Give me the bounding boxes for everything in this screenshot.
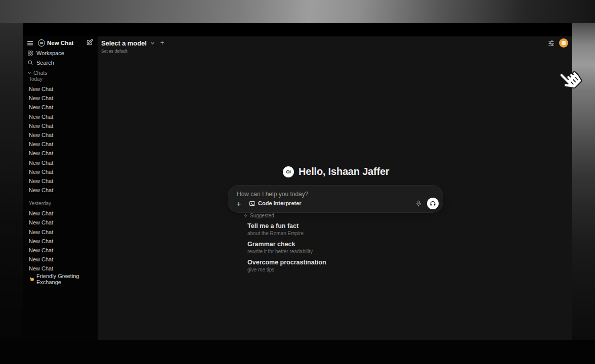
headphones-icon: [430, 200, 436, 207]
bolt-icon: [243, 213, 248, 218]
sliders-icon[interactable]: [548, 40, 555, 47]
chevron-down-icon: [27, 71, 32, 75]
input-toolbar: + Code Interpreter: [234, 197, 439, 209]
microphone-icon[interactable]: [415, 200, 422, 207]
chat-list-today: New ChatNew ChatNew ChatNew ChatNew Chat…: [23, 84, 98, 195]
desktop-background-bottom: [0, 340, 595, 364]
sidebar-header: OI New Chat: [23, 38, 98, 48]
chat-list-item[interactable]: New Chat: [23, 94, 98, 103]
chat-list-item[interactable]: New Chat: [23, 84, 98, 94]
suggested-prompt-subtitle: about the Roman Empire: [247, 230, 446, 237]
add-model-button[interactable]: +: [160, 40, 164, 46]
grid-icon: [27, 50, 33, 56]
suggested-label: Suggested: [250, 213, 274, 218]
prompt-input[interactable]: How can I help you today?: [237, 191, 308, 198]
user-avatar[interactable]: [559, 38, 568, 48]
terminal-icon: [249, 200, 256, 207]
chat-list-item[interactable]: New Chat: [23, 130, 98, 140]
desktop-background-right: [572, 23, 595, 341]
chat-list-item[interactable]: New Chat: [23, 167, 98, 176]
chat-list-item[interactable]: New Chat: [23, 237, 98, 246]
set-default-link[interactable]: Set as default: [101, 49, 128, 54]
new-chat-icon[interactable]: [86, 39, 93, 46]
chat-group-yesterday: Yesterday New ChatNew ChatNew ChatNew Ch…: [23, 200, 98, 273]
chat-list-item[interactable]: New Chat: [23, 209, 98, 218]
desktop: OI New Chat Workspace Search: [0, 0, 595, 364]
chat-list-item[interactable]: New Chat: [23, 158, 98, 167]
chat-list-item[interactable]: New Chat: [23, 103, 98, 112]
app-window: OI New Chat Workspace Search: [23, 23, 572, 340]
chat-list-item[interactable]: New Chat: [23, 121, 98, 130]
chat-list-item[interactable]: New Chat: [23, 176, 98, 186]
sidebar-item-workspace[interactable]: Workspace: [23, 49, 98, 57]
app-logo: OI: [283, 166, 294, 177]
chat-list-item[interactable]: New Chat: [23, 186, 98, 195]
chat-list-item-named[interactable]: Friendly Greeting Exchange: [23, 275, 98, 284]
chat-list-item[interactable]: New Chat: [23, 149, 98, 158]
search-icon: [27, 60, 33, 66]
voice-call-button[interactable]: [427, 198, 439, 209]
suggested-prompt-title: Grammar check: [247, 241, 446, 248]
chevron-down-icon: [150, 40, 155, 46]
sidebar-title: New Chat: [47, 40, 73, 46]
sidebar: OI New Chat Workspace Search: [23, 23, 98, 340]
chat-list-item[interactable]: New Chat: [23, 264, 98, 273]
suggested-prompt-subtitle: give me tips: [247, 266, 446, 273]
prompt-input-card: How can I help you today? + Code Interpr…: [228, 185, 443, 213]
wave-hand-icon: [29, 276, 34, 282]
suggested-prompt[interactable]: Overcome procrastination give me tips: [243, 259, 446, 273]
suggested-header: Suggested: [243, 213, 446, 218]
topbar-right-icons: [548, 38, 568, 48]
window-titlebar: [23, 23, 572, 36]
suggested-prompt[interactable]: Tell me a fun fact about the Roman Empir…: [243, 222, 446, 237]
sidebar-item-label: Workspace: [36, 50, 64, 56]
code-interpreter-toggle[interactable]: Code Interpreter: [249, 200, 302, 207]
greeting-text: Hello, Ishaan Jaffer: [299, 166, 389, 177]
suggested-prompt-title: Tell me a fun fact: [247, 222, 446, 230]
chat-list-item[interactable]: New Chat: [23, 140, 98, 149]
sidebar-item-search[interactable]: Search: [23, 59, 98, 67]
app-logo: OI: [38, 39, 45, 47]
chat-list-item-label: Friendly Greeting Exchange: [36, 273, 98, 285]
chat-group-label: Yesterday: [23, 200, 98, 207]
model-selector-label: Select a model: [101, 39, 147, 47]
chat-list-yesterday: New ChatNew ChatNew ChatNew ChatNew Chat…: [23, 209, 98, 273]
model-selector[interactable]: Select a model +: [101, 38, 164, 48]
desktop-background-top: [0, 0, 595, 23]
chat-group-label: Today: [23, 75, 98, 82]
sidebar-toggle-icon[interactable]: [27, 40, 33, 47]
suggested-prompt[interactable]: Grammar check rewrite it for better read…: [243, 241, 446, 255]
suggested-prompt-subtitle: rewrite it for better readability: [247, 248, 446, 255]
greeting: OI Hello, Ishaan Jaffer: [283, 166, 389, 177]
desktop-background-left: [0, 23, 23, 341]
chat-list-item[interactable]: New Chat: [23, 255, 98, 264]
code-interpreter-label: Code Interpreter: [258, 200, 302, 206]
sidebar-item-label: Search: [36, 60, 54, 66]
chat-list-item[interactable]: New Chat: [23, 228, 98, 237]
suggested-prompt-title: Overcome procrastination: [247, 259, 446, 266]
chat-list-item[interactable]: New Chat: [23, 246, 98, 255]
chat-history: Today New ChatNew ChatNew ChatNew ChatNe…: [23, 75, 98, 284]
chat-list-item[interactable]: New Chat: [23, 218, 98, 227]
attach-button[interactable]: +: [234, 198, 244, 208]
chat-list-item[interactable]: New Chat: [23, 112, 98, 121]
suggested-prompts: Suggested Tell me a fun fact about the R…: [243, 213, 446, 273]
chat-group-today: Today New ChatNew ChatNew ChatNew ChatNe…: [23, 75, 98, 195]
